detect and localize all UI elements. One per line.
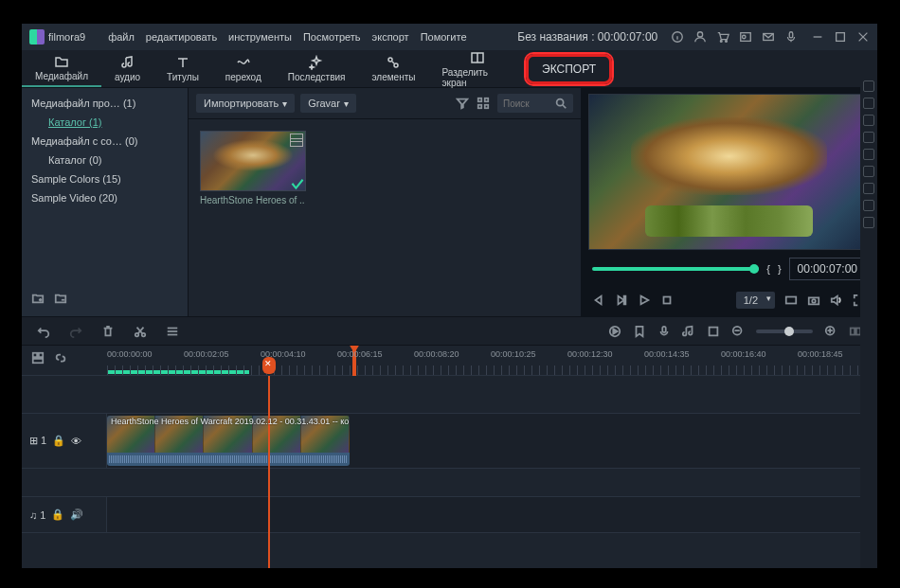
rail-item[interactable]: [863, 217, 874, 228]
step-back-icon[interactable]: [615, 294, 628, 307]
render-icon[interactable]: [608, 325, 621, 338]
tab-audio[interactable]: аудио: [101, 50, 153, 87]
menu-view[interactable]: Посмотреть: [303, 31, 361, 43]
sidebar-item-catalog[interactable]: Каталог (1): [22, 113, 188, 132]
svg-point-5: [726, 41, 728, 43]
mic-icon[interactable]: [784, 30, 798, 44]
svg-rect-9: [789, 32, 793, 38]
link-icon[interactable]: [54, 351, 67, 365]
svg-marker-33: [641, 296, 649, 305]
media-icon[interactable]: [739, 30, 752, 44]
info-icon[interactable]: [671, 30, 684, 44]
menu-edit[interactable]: редактировать: [146, 31, 217, 43]
add-folder-icon[interactable]: [31, 292, 45, 305]
svg-point-3: [697, 32, 702, 37]
sidebar-item-project[interactable]: Медиафайл про… (1): [22, 94, 188, 113]
svg-rect-25: [485, 98, 489, 102]
svg-rect-32: [624, 296, 626, 305]
tab-transitions[interactable]: переход: [212, 50, 275, 87]
preview-zoom-select[interactable]: 1/2: [736, 292, 775, 309]
remove-folder-icon[interactable]: [54, 292, 67, 305]
video-file-icon: [290, 134, 303, 147]
svg-rect-49: [710, 327, 718, 335]
svg-rect-55: [851, 328, 855, 334]
delete-icon[interactable]: [101, 325, 115, 338]
lock-icon[interactable]: 🔒: [52, 435, 65, 447]
time-mark: 00:00:02:05: [184, 349, 229, 359]
rail-item[interactable]: [863, 98, 874, 109]
transition-icon: [236, 55, 251, 70]
rail-item[interactable]: [863, 149, 874, 160]
sidebar-item-shared[interactable]: Медиафайл с со… (0): [22, 132, 188, 151]
undo-icon[interactable]: [37, 325, 50, 338]
time-ruler[interactable]: 00:00:00:0000:00:02:0500:00:04:1000:00:0…: [22, 346, 877, 376]
grid-view-icon[interactable]: [477, 97, 490, 110]
zoom-in-icon[interactable]: [824, 325, 837, 338]
rail-item[interactable]: [863, 132, 874, 143]
menu-tools[interactable]: инструменты: [228, 31, 292, 43]
maximize-button[interactable]: [834, 30, 847, 44]
close-button[interactable]: [856, 30, 870, 44]
redo-icon[interactable]: [69, 325, 82, 338]
tab-effects-label: Последствия: [288, 72, 346, 82]
audio-mix-icon[interactable]: [682, 325, 695, 338]
search-input[interactable]: [497, 94, 573, 113]
record-dropdown[interactable]: Gravar ▾: [300, 94, 356, 113]
voiceover-icon[interactable]: [657, 325, 671, 338]
quality-icon[interactable]: [784, 294, 798, 307]
lock-icon[interactable]: 🔒: [51, 508, 64, 521]
elements-icon: [386, 55, 401, 70]
prev-frame-icon[interactable]: [592, 294, 605, 307]
settings-icon[interactable]: [166, 325, 179, 338]
zoom-out-icon[interactable]: [731, 325, 745, 338]
play-icon[interactable]: [638, 294, 651, 307]
sidebar-item-video[interactable]: Sample Video (20): [22, 188, 188, 207]
track-manager-icon[interactable]: [31, 351, 45, 365]
filter-icon[interactable]: [456, 97, 469, 110]
rail-item[interactable]: [863, 166, 874, 177]
rail-item[interactable]: [863, 115, 874, 126]
menu-file[interactable]: файл: [108, 31, 135, 43]
tab-elements[interactable]: элементы: [358, 50, 428, 87]
cart-icon[interactable]: [716, 30, 729, 44]
media-sidebar: Медиафайл про… (1) Каталог (1) Медиафайл…: [22, 88, 188, 316]
account-icon[interactable]: [693, 30, 707, 44]
tab-splitscreen[interactable]: Разделить экран: [428, 50, 526, 87]
export-button[interactable]: ЭКСПОРТ: [526, 54, 612, 84]
time-mark: 00:00:16:40: [721, 349, 766, 359]
main-menu: файл редактировать инструменты Посмотрет…: [108, 31, 466, 43]
rail-item[interactable]: [863, 183, 874, 194]
tab-media-label: Медиафайл: [35, 71, 88, 81]
menu-help[interactable]: Помогите: [421, 31, 467, 43]
rail-item[interactable]: [863, 80, 874, 92]
sidebar-item-catalog2[interactable]: Каталог (0): [22, 151, 188, 169]
sidebar-item-colors[interactable]: Sample Colors (15): [22, 169, 188, 188]
zoom-slider[interactable]: [756, 330, 813, 333]
mail-icon[interactable]: [762, 30, 775, 44]
media-thumbnail[interactable]: HearthStone Heroes of ..: [200, 131, 306, 205]
snapshot-icon[interactable]: [807, 294, 820, 307]
tab-titles[interactable]: Титулы: [153, 50, 212, 87]
tab-media[interactable]: Медиафайл: [22, 50, 101, 87]
stop-icon[interactable]: [660, 294, 674, 307]
menu-export[interactable]: экспорт: [372, 31, 409, 43]
crop-icon[interactable]: [707, 325, 720, 338]
preview-scrubber[interactable]: [592, 267, 759, 271]
cut-icon[interactable]: [134, 325, 147, 338]
visibility-icon[interactable]: 👁: [71, 436, 81, 447]
search-field[interactable]: [503, 98, 554, 109]
rail-item[interactable]: [863, 200, 874, 211]
import-dropdown[interactable]: Импортировать ▾: [196, 94, 295, 113]
time-mark: 00:00:06:15: [337, 349, 383, 359]
preview-viewport[interactable]: [588, 94, 870, 250]
svg-rect-35: [786, 297, 797, 304]
svg-point-17: [394, 63, 398, 67]
tab-effects[interactable]: Последствия: [275, 50, 359, 87]
mute-icon[interactable]: 🔊: [70, 508, 83, 521]
volume-icon[interactable]: [830, 294, 843, 307]
marker-icon[interactable]: [633, 325, 646, 338]
svg-rect-34: [664, 297, 671, 304]
timeline-clip[interactable]: HearthStone Heroes of Warcraft 2019.02.1…: [107, 416, 350, 466]
app-logo: filmora9: [29, 29, 85, 45]
minimize-button[interactable]: [811, 30, 824, 44]
